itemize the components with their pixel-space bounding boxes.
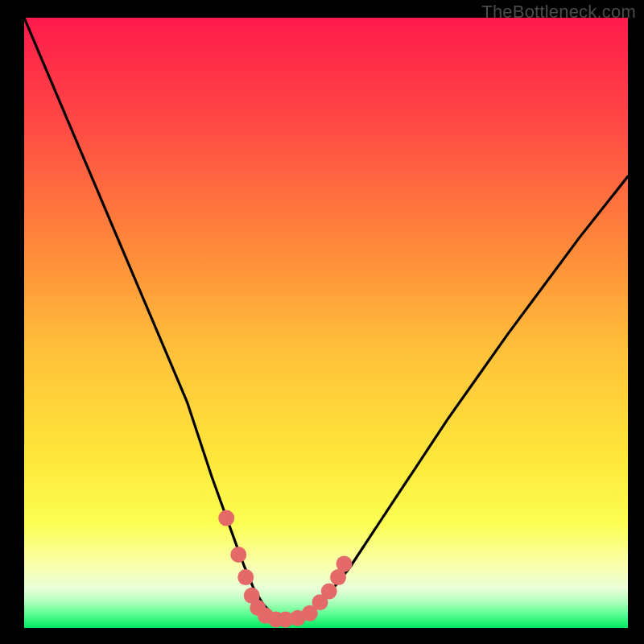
chart-frame: TheBottleneck.com [0, 0, 644, 644]
marker-dot [336, 555, 353, 572]
chart-background [24, 18, 628, 628]
marker-dot [230, 547, 246, 563]
bottleneck-chart [24, 18, 628, 628]
watermark-text: TheBottleneck.com [481, 2, 636, 23]
marker-dot [321, 584, 337, 600]
marker-dot [237, 569, 254, 585]
marker-dot [218, 510, 234, 526]
